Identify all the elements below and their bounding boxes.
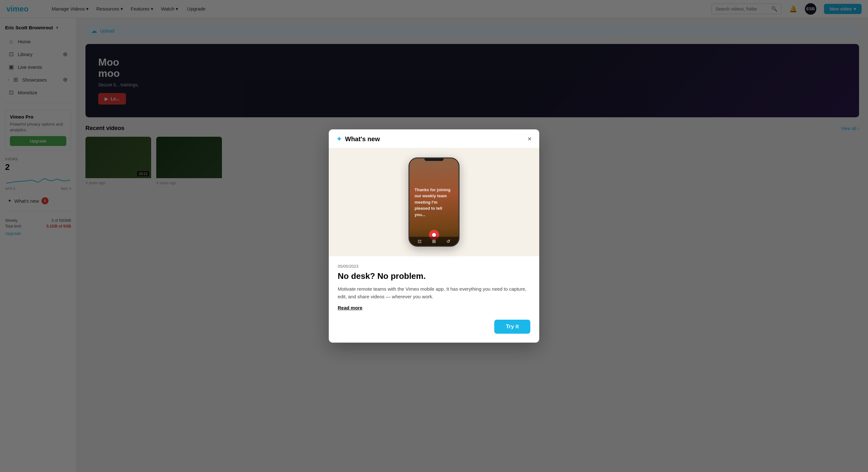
- modal-description: Motivate remote teams with the Vimeo mob…: [338, 285, 530, 301]
- modal: ✦ What's new × Thanks for joining our we…: [329, 129, 539, 342]
- try-it-button[interactable]: Try it: [494, 319, 530, 334]
- phone-mockup: Thanks for joining our weekly team meeti…: [408, 158, 460, 247]
- modal-headline: No desk? No problem.: [338, 271, 530, 281]
- phone-screen-caption: Thanks for joining our weekly team meeti…: [409, 182, 459, 223]
- phone-notch: [425, 158, 443, 161]
- toolbar-icon-3: ↺: [446, 239, 450, 244]
- phone-screen: Thanks for joining our weekly team meeti…: [409, 158, 459, 246]
- toolbar-icon-2: ⊞: [432, 239, 436, 244]
- modal-body: 05/05/2023 No desk? No problem. Motivate…: [329, 256, 539, 319]
- sparkle-icon: ✦: [336, 135, 342, 143]
- modal-close-button[interactable]: ×: [527, 135, 532, 142]
- modal-header: ✦ What's new ×: [329, 129, 539, 148]
- modal-date: 05/05/2023: [338, 264, 530, 269]
- toolbar-icon-1: ⊡: [418, 239, 422, 244]
- modal-footer: Try it: [329, 319, 539, 343]
- modal-image-area: Thanks for joining our weekly team meeti…: [329, 148, 539, 256]
- modal-overlay[interactable]: ✦ What's new × Thanks for joining our we…: [0, 0, 868, 472]
- modal-title: What's new: [345, 135, 380, 143]
- read-more-button[interactable]: Read more: [338, 305, 363, 310]
- phone-toolbar: ⊡ ⊞ ↺: [409, 237, 459, 246]
